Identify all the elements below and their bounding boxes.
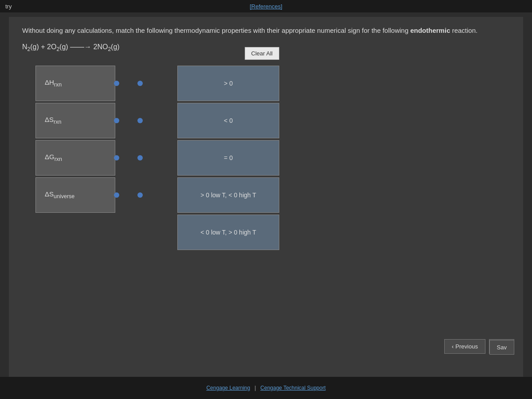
connector-column xyxy=(115,66,146,213)
right-item-lt-zero[interactable]: < 0 xyxy=(177,103,279,138)
right-item-lt-zero-low[interactable]: < 0 low T, > 0 high T xyxy=(177,215,279,250)
instruction-text: Without doing any calculations, match th… xyxy=(22,26,510,36)
footer-learning[interactable]: Cengage Learning xyxy=(206,385,250,391)
left-column: ΔHrxn ΔSrxn ΔGrxn ΔSuniverse xyxy=(35,66,115,213)
right-wrapper: Clear All > 0 < 0 = 0 > 0 low T, < 0 hig… xyxy=(151,66,279,250)
footer-separator: | xyxy=(254,385,256,391)
clear-all-button[interactable]: Clear All xyxy=(245,47,279,60)
left-item-delta-s-univ[interactable]: ΔSuniverse xyxy=(35,177,115,213)
matching-container: ΔHrxn ΔSrxn ΔGrxn ΔSuniverse xyxy=(35,66,510,250)
right-item-gt-zero-low[interactable]: > 0 low T, < 0 high T xyxy=(177,177,279,213)
try-label: try xyxy=(5,3,12,10)
references-link[interactable]: [References] xyxy=(250,3,282,10)
left-item-delta-g[interactable]: ΔGrxn xyxy=(35,140,115,176)
save-button[interactable]: Sav xyxy=(489,340,514,355)
previous-button[interactable]: ‹ Previous xyxy=(444,339,485,354)
right-column: > 0 < 0 = 0 > 0 low T, < 0 high T < 0 lo… xyxy=(177,66,279,250)
right-dot-4[interactable] xyxy=(137,192,143,198)
left-item-delta-s[interactable]: ΔSrxn xyxy=(35,103,115,138)
bottom-bar: Cengage Learning | Cengage Technical Sup… xyxy=(0,377,532,399)
right-item-eq-zero[interactable]: = 0 xyxy=(177,140,279,176)
right-item-gt-zero[interactable]: > 0 xyxy=(177,66,279,101)
footer-support[interactable]: Cengage Technical Support xyxy=(260,385,325,391)
left-item-delta-h[interactable]: ΔHrxn xyxy=(35,66,115,101)
right-dot-3[interactable] xyxy=(137,155,143,160)
top-bar: try [References] xyxy=(0,0,532,12)
right-dot-2[interactable] xyxy=(137,118,143,123)
right-dot-1[interactable] xyxy=(137,81,143,86)
main-content: Without doing any calculations, match th… xyxy=(9,17,523,380)
